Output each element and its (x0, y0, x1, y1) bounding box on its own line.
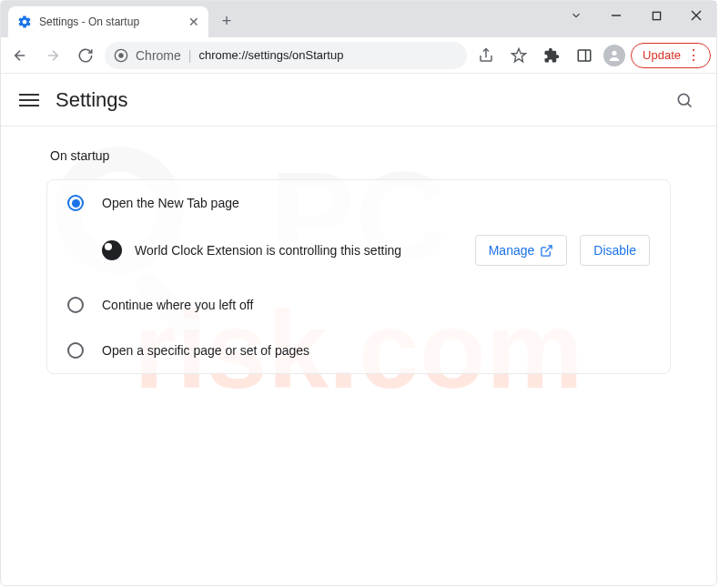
menu-dots-icon: ⋮ (686, 46, 701, 64)
share-icon[interactable] (472, 42, 500, 69)
svg-rect-6 (578, 50, 591, 61)
window-titlebar: Settings - On startup ✕ + (1, 1, 716, 37)
disable-label: Disable (593, 243, 636, 258)
address-scheme: Chrome (136, 48, 181, 63)
section-title: On startup (50, 148, 671, 163)
option-specific-pages[interactable]: Open a specific page or set of pages (47, 328, 670, 373)
option-new-tab[interactable]: Open the New Tab page (47, 180, 670, 226)
manage-button[interactable]: Manage (475, 235, 568, 266)
manage-label: Manage (489, 243, 535, 258)
svg-point-9 (678, 94, 689, 105)
window-minimize-button[interactable] (596, 1, 636, 30)
extension-notice-text: World Clock Extension is controlling thi… (135, 243, 462, 258)
window-close-button[interactable] (676, 1, 716, 30)
bookmark-icon[interactable] (505, 42, 532, 69)
external-link-icon (540, 244, 553, 258)
back-button[interactable] (6, 42, 34, 69)
svg-rect-1 (653, 12, 660, 19)
tab-title: Settings - On startup (39, 15, 139, 28)
startup-card: Open the New Tab page World Clock Extens… (46, 179, 671, 374)
profile-avatar[interactable] (603, 45, 625, 66)
svg-point-5 (118, 53, 123, 57)
radio-icon[interactable] (67, 297, 84, 313)
browser-toolbar: Chrome | chrome://settings/onStartup Upd… (1, 37, 716, 74)
svg-line-10 (687, 103, 691, 106)
option-continue[interactable]: Continue where you left off (47, 282, 670, 328)
option-label: Continue where you left off (102, 298, 253, 312)
page-title: Settings (56, 88, 128, 112)
gear-icon (17, 15, 32, 29)
reload-button[interactable] (72, 42, 99, 69)
extension-globe-icon (102, 240, 122, 260)
address-url: chrome://settings/onStartup (198, 48, 343, 62)
sidepanel-icon[interactable] (571, 42, 598, 69)
close-tab-icon[interactable]: ✕ (188, 15, 199, 29)
update-button[interactable]: Update ⋮ (631, 43, 711, 68)
window-maximize-button[interactable] (636, 1, 676, 30)
forward-button[interactable] (39, 42, 66, 69)
update-label: Update (643, 48, 681, 62)
settings-content: On startup Open the New Tab page World C… (1, 127, 716, 585)
svg-point-8 (612, 50, 616, 55)
disable-button[interactable]: Disable (580, 235, 650, 266)
chrome-icon (114, 48, 128, 63)
extension-notice-row: World Clock Extension is controlling thi… (47, 226, 670, 282)
new-tab-button[interactable]: + (214, 8, 239, 34)
radio-icon[interactable] (67, 195, 84, 211)
radio-icon[interactable] (67, 342, 84, 359)
hamburger-menu-icon[interactable] (19, 94, 39, 106)
address-separator: | (188, 48, 192, 63)
address-bar[interactable]: Chrome | chrome://settings/onStartup (105, 42, 467, 69)
settings-header: Settings (1, 74, 716, 127)
chevron-down-icon[interactable] (556, 1, 596, 30)
search-icon[interactable] (671, 86, 698, 114)
option-label: Open the New Tab page (102, 196, 239, 210)
browser-tab[interactable]: Settings - On startup ✕ (8, 6, 208, 37)
option-label: Open a specific page or set of pages (102, 343, 309, 358)
extensions-icon[interactable] (538, 42, 565, 69)
